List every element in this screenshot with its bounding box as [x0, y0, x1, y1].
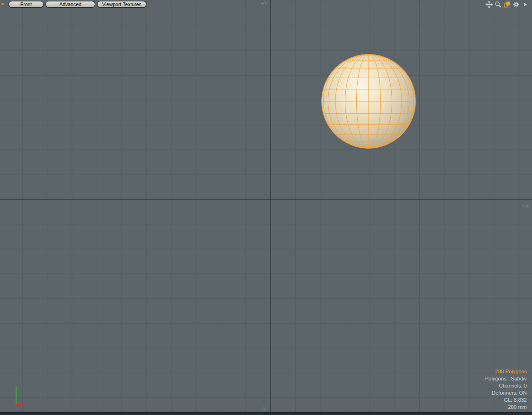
status-channels: Channels: 0 [485, 382, 527, 389]
viewport-textures-button[interactable]: Viewport Textures [97, 1, 146, 8]
gear-icon[interactable] [513, 1, 520, 8]
axis-label-plus-x: +X [522, 203, 529, 209]
status-polygon-mode: Polygons : Subdiv [485, 375, 527, 382]
maximize-icon[interactable] [504, 1, 511, 8]
3d-viewport[interactable]: Front Advanced Viewport Textures [0, 0, 532, 415]
viewport-status-block: 288 Polygons Polygons : Subdiv Channels:… [485, 368, 527, 411]
axis-label-plus-y: +Y [261, 0, 268, 6]
gizmo-x-label: x [22, 403, 24, 408]
subdiv-sphere-mesh[interactable] [321, 54, 416, 149]
viewport-corner-widget[interactable] [1, 2, 4, 6]
pan-icon[interactable] [486, 1, 493, 8]
status-gl-count: GL: 8,832 [485, 397, 527, 404]
axis-gizmo: x [13, 386, 32, 409]
zoom-icon[interactable] [495, 1, 502, 8]
view-mode-button[interactable]: Front [9, 1, 44, 8]
status-deformers: Deformers: ON [485, 389, 527, 397]
gizmo-y-axis [16, 387, 17, 405]
axis-label-minus-y: -Y [261, 406, 266, 412]
expand-arrow-icon[interactable] [522, 1, 529, 8]
viewport-icon-row [486, 1, 529, 8]
grid-axis-vertical [270, 0, 271, 412]
bottom-bar [0, 412, 532, 415]
shading-mode-button[interactable]: Advanced [45, 1, 95, 8]
grid-axis-horizontal [0, 199, 532, 200]
status-polygon-count: 288 Polygons [485, 368, 527, 375]
status-grid-scale: 200 mm [485, 404, 527, 411]
